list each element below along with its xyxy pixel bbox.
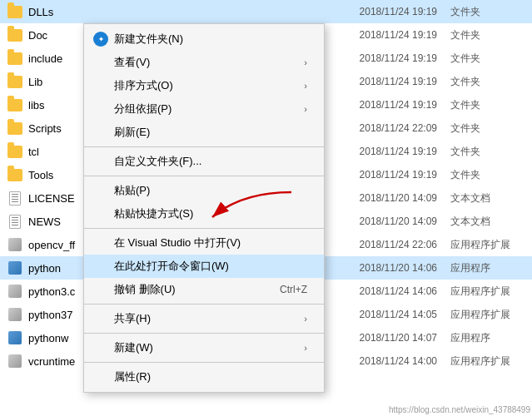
file-date: 2018/11/20 14:09 [342, 215, 450, 227]
menu-separator [84, 176, 324, 176]
new-folder-icon: ✦ [92, 31, 109, 47]
file-icon [7, 214, 23, 229]
file-icon [7, 191, 23, 206]
menu-item-refresh[interactable]: 刷新(E) [84, 121, 324, 144]
menu-item-label: 新建文件夹(N) [114, 32, 183, 47]
file-icon [7, 27, 23, 42]
file-icon [7, 237, 23, 252]
menu-item-label: 属性(R) [114, 369, 151, 384]
menu-item-label: 共享(H) [114, 311, 151, 326]
menu-item-undo-delete[interactable]: 撤销 删除(U)Ctrl+Z [84, 278, 324, 301]
file-type: 文件夹 [450, 52, 525, 66]
submenu-arrow-icon: › [304, 314, 307, 324]
file-type: 文件夹 [450, 145, 525, 159]
file-type: 文件夹 [450, 168, 525, 182]
menu-item-open-vs[interactable]: 在 Visual Studio 中打开(V) [84, 231, 324, 255]
file-date: 2018/11/24 22:09 [342, 122, 450, 134]
file-type: 文本文档 [450, 191, 525, 206]
file-type: 应用程序 [450, 331, 525, 345]
menu-item-label: 粘贴快捷方式(S) [114, 206, 193, 221]
file-date: 2018/11/24 14:05 [342, 309, 450, 320]
file-explorer: DLLs2018/11/24 19:19文件夹Doc2018/11/24 19:… [0, 0, 532, 416]
menu-separator [84, 146, 324, 147]
file-date: 2018/11/24 19:19 [342, 76, 450, 87]
menu-item-properties[interactable]: 属性(R) [84, 365, 324, 389]
menu-item-shortcut: Ctrl+Z [280, 284, 307, 295]
file-date: 2018/11/24 19:19 [342, 169, 450, 181]
menu-item-label: 粘贴(P) [114, 183, 150, 198]
file-row[interactable]: DLLs2018/11/24 19:19文件夹 [0, 0, 532, 23]
file-icon [7, 4, 23, 19]
file-icon [7, 144, 23, 159]
file-date: 2018/11/20 14:07 [342, 332, 450, 344]
menu-item-label: 排序方式(O) [114, 78, 173, 93]
menu-item-label: 撤销 删除(U) [114, 282, 176, 297]
file-date: 2018/11/20 14:09 [342, 192, 450, 204]
file-icon [7, 51, 23, 66]
submenu-arrow-icon: › [304, 104, 307, 114]
menu-item-sort[interactable]: 排序方式(O)› [84, 74, 324, 97]
file-icon [7, 121, 23, 136]
menu-separator [84, 304, 324, 305]
menu-item-label: 在此处打开命令窗口(W) [114, 259, 229, 274]
menu-item-paste[interactable]: 粘贴(P) [84, 179, 324, 202]
menu-item-label: 新建(W) [114, 340, 153, 355]
context-menu[interactable]: ✦新建文件夹(N)查看(V)›排序方式(O)›分组依据(P)›刷新(E)自定义文… [83, 23, 325, 393]
menu-item-open-cmd[interactable]: 在此处打开命令窗口(W) [84, 255, 324, 278]
submenu-arrow-icon: › [304, 57, 307, 67]
menu-item-group[interactable]: 分组依据(P)› [84, 97, 324, 121]
file-icon [7, 354, 23, 369]
menu-item-label: 在 Visual Studio 中打开(V) [114, 235, 241, 250]
file-type: 文件夹 [450, 98, 525, 112]
file-date: 2018/11/24 19:19 [342, 6, 450, 17]
menu-item-label: 查看(V) [114, 55, 150, 70]
submenu-arrow-icon: › [304, 343, 307, 353]
file-date: 2018/11/24 19:19 [342, 146, 450, 157]
watermark: https://blog.csdn.net/weixin_43788499 [389, 405, 530, 414]
file-icon [7, 97, 23, 112]
menu-item-label: 分组依据(P) [114, 102, 172, 116]
file-name: DLLs [28, 6, 342, 18]
file-icon [7, 284, 23, 299]
file-type: 文本文档 [450, 215, 525, 229]
menu-item-custom-folder[interactable]: 自定义文件夹(F)... [84, 150, 324, 173]
menu-item-new[interactable]: 新建(W)› [84, 336, 324, 359]
file-type: 应用程序扩展 [450, 285, 525, 299]
menu-item-view[interactable]: 查看(V)› [84, 51, 324, 74]
file-date: 2018/11/24 22:06 [342, 239, 450, 250]
file-icon [7, 260, 23, 275]
file-date: 2018/11/24 19:19 [342, 52, 450, 64]
file-date: 2018/11/24 14:06 [342, 285, 450, 297]
file-type: 应用程序扩展 [450, 238, 525, 252]
menu-separator [84, 362, 324, 363]
file-type: 文件夹 [450, 121, 525, 136]
file-type: 应用程序扩展 [450, 354, 525, 369]
file-icon [7, 167, 23, 182]
file-date: 2018/11/24 14:00 [342, 355, 450, 367]
submenu-arrow-icon: › [304, 81, 307, 91]
file-type: 应用程序扩展 [450, 308, 525, 322]
file-type: 文件夹 [450, 75, 525, 89]
menu-item-paste-shortcut[interactable]: 粘贴快捷方式(S) [84, 202, 324, 225]
file-type: 文件夹 [450, 5, 525, 19]
file-date: 2018/11/24 19:19 [342, 99, 450, 111]
menu-item-label: 刷新(E) [114, 125, 150, 140]
menu-item-label: 自定义文件夹(F)... [114, 154, 201, 169]
file-icon [7, 330, 23, 345]
file-date: 2018/11/24 19:19 [342, 29, 450, 41]
file-type: 文件夹 [450, 28, 525, 42]
file-type: 应用程序 [450, 261, 525, 275]
file-date: 2018/11/20 14:06 [342, 262, 450, 274]
file-icon [7, 74, 23, 89]
menu-item-share[interactable]: 共享(H)› [84, 307, 324, 330]
menu-separator [84, 333, 324, 334]
file-icon [7, 307, 23, 322]
menu-separator [84, 228, 324, 229]
menu-item-new-folder[interactable]: ✦新建文件夹(N) [84, 27, 324, 51]
